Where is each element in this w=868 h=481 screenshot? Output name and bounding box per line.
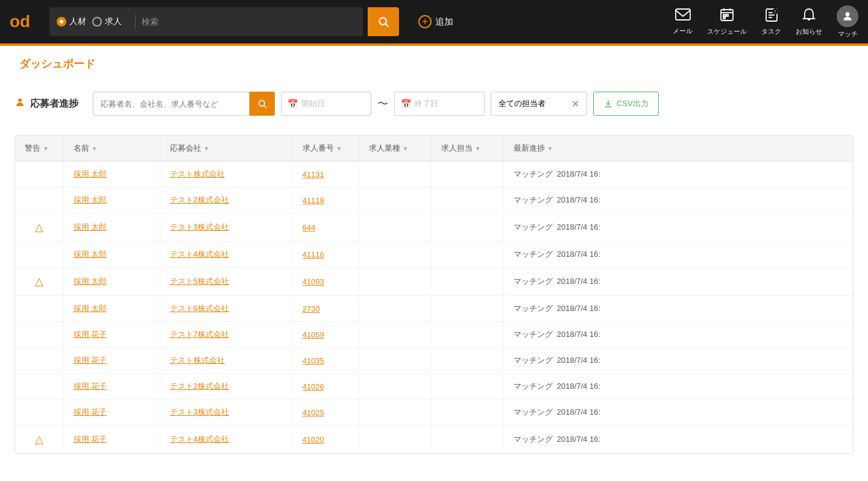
cell-job-no-4[interactable]: 41093 — [292, 268, 359, 296]
col-job-manager-sort: ▼ — [475, 145, 481, 152]
job-no-link[interactable]: 41020 — [303, 435, 324, 444]
job-no-link[interactable]: 41026 — [303, 382, 324, 391]
cell-company-8[interactable]: テスト2株式会社 — [160, 374, 292, 400]
company-link[interactable]: テスト2株式会社 — [170, 382, 229, 391]
job-no-link[interactable]: 41093 — [303, 277, 324, 286]
cell-job-no-10[interactable]: 41020 — [292, 426, 359, 454]
job-no-link[interactable]: 41131 — [303, 170, 324, 179]
filter-search-input[interactable] — [93, 92, 250, 116]
cell-job-no-5[interactable]: 2730 — [292, 296, 359, 322]
col-warning[interactable]: 警告 ▼ — [15, 136, 63, 162]
col-latest-status[interactable]: 最新進捗 ▼ — [503, 136, 853, 162]
name-link[interactable]: 採用 花子 — [74, 382, 107, 391]
cell-job-no-9[interactable]: 41025 — [292, 400, 359, 426]
end-date-input[interactable]: 📅 終了日 — [394, 92, 485, 116]
cell-job-no-0[interactable]: 41131 — [292, 162, 359, 187]
cell-company-4[interactable]: テスト5株式会社 — [160, 268, 292, 296]
company-link[interactable]: テスト株式会社 — [170, 169, 225, 178]
job-no-link[interactable]: 41059 — [303, 330, 324, 339]
cell-company-9[interactable]: テスト3株式会社 — [160, 400, 292, 426]
col-job-no[interactable]: 求人番号 ▼ — [292, 136, 359, 162]
nav-task-label: タスク — [761, 27, 781, 36]
col-name[interactable]: 名前 ▼ — [63, 136, 160, 162]
company-link[interactable]: テスト株式会社 — [170, 356, 225, 365]
cell-name-0[interactable]: 採用 太郎 — [63, 162, 160, 187]
cell-job-no-7[interactable]: 41035 — [292, 348, 359, 374]
job-no-link[interactable]: 41035 — [303, 356, 324, 365]
cell-job-no-3[interactable]: 41116 — [292, 242, 359, 268]
cell-company-6[interactable]: テスト7株式会社 — [160, 322, 292, 348]
cell-warning-5 — [15, 296, 63, 322]
warning-icon: △ — [35, 433, 43, 445]
cell-name-4[interactable]: 採用 太郎 — [63, 268, 160, 296]
company-link[interactable]: テスト6株式会社 — [170, 304, 229, 313]
job-no-link[interactable]: 41118 — [303, 196, 324, 205]
job-no-link[interactable]: 41025 — [303, 408, 324, 417]
cell-name-3[interactable]: 採用 太郎 — [63, 242, 160, 268]
name-link[interactable]: 採用 太郎 — [74, 277, 107, 286]
cell-job-no-2[interactable]: 644 — [292, 213, 359, 242]
cell-job-no-6[interactable]: 41059 — [292, 322, 359, 348]
name-link[interactable]: 採用 花子 — [74, 330, 107, 339]
cell-company-5[interactable]: テスト6株式会社 — [160, 296, 292, 322]
cell-name-10[interactable]: 採用 花子 — [63, 426, 160, 454]
cell-company-7[interactable]: テスト株式会社 — [160, 348, 292, 374]
name-link[interactable]: 採用 太郎 — [74, 250, 107, 259]
cell-company-2[interactable]: テスト3株式会社 — [160, 213, 292, 242]
name-link[interactable]: 採用 太郎 — [74, 169, 107, 178]
company-link[interactable]: テスト7株式会社 — [170, 330, 229, 339]
date-text: 2018/7/4 16: — [557, 330, 600, 339]
search-button[interactable] — [368, 7, 399, 36]
cell-job-no-1[interactable]: 41118 — [292, 187, 359, 213]
cell-name-5[interactable]: 採用 太郎 — [63, 296, 160, 322]
cell-name-2[interactable]: 採用 太郎 — [63, 213, 160, 242]
col-job-manager[interactable]: 求人担当 ▼ — [431, 136, 503, 162]
nav-schedule[interactable]: スケジュール — [707, 8, 747, 36]
company-link[interactable]: テスト2株式会社 — [170, 195, 229, 204]
nav-task[interactable]: ! タスク — [761, 8, 781, 36]
cell-company-3[interactable]: テスト4株式会社 — [160, 242, 292, 268]
company-link[interactable]: テスト3株式会社 — [170, 222, 229, 231]
job-no-link[interactable]: 41116 — [303, 250, 324, 259]
name-link[interactable]: 採用 太郎 — [74, 304, 107, 313]
add-button[interactable]: + 追加 — [411, 10, 461, 33]
nav-mail[interactable]: メール — [673, 8, 693, 36]
start-date-input[interactable]: 📅 開始日 — [281, 92, 371, 116]
col-job-type[interactable]: 求人業種 ▼ — [359, 136, 431, 162]
csv-export-button[interactable]: CSV出力 — [593, 92, 659, 116]
name-link[interactable]: 採用 太郎 — [74, 222, 107, 231]
cell-job-manager-6 — [431, 322, 503, 348]
nav-match[interactable]: マッチ — [837, 5, 858, 39]
cell-name-6[interactable]: 採用 花子 — [63, 322, 160, 348]
assignee-select[interactable]: 全ての担当者 ✕ — [491, 92, 587, 116]
cell-company-1[interactable]: テスト2株式会社 — [160, 187, 292, 213]
name-link[interactable]: 採用 花子 — [74, 356, 107, 365]
cell-company-10[interactable]: テスト4株式会社 — [160, 426, 292, 454]
svg-point-18 — [18, 98, 22, 102]
name-link[interactable]: 採用 太郎 — [74, 195, 107, 204]
radio-talent[interactable]: 人材 — [57, 16, 86, 27]
cell-name-8[interactable]: 採用 花子 — [63, 374, 160, 400]
status-text: マッチング — [514, 382, 553, 391]
col-company[interactable]: 応募会社 ▼ — [160, 136, 292, 162]
cell-name-1[interactable]: 採用 太郎 — [63, 187, 160, 213]
search-input[interactable] — [142, 17, 356, 27]
name-link[interactable]: 採用 花子 — [74, 435, 107, 444]
svg-point-17 — [846, 12, 850, 16]
company-link[interactable]: テスト3株式会社 — [170, 407, 229, 417]
company-link[interactable]: テスト4株式会社 — [170, 435, 229, 444]
company-link[interactable]: テスト5株式会社 — [170, 277, 229, 286]
name-link[interactable]: 採用 花子 — [74, 407, 107, 417]
assignee-label: 全ての担当者 — [498, 98, 546, 109]
nav-notice[interactable]: お知らせ — [796, 8, 822, 36]
cell-name-7[interactable]: 採用 花子 — [63, 348, 160, 374]
cell-name-9[interactable]: 採用 花子 — [63, 400, 160, 426]
job-no-link[interactable]: 2730 — [303, 304, 320, 313]
job-no-link[interactable]: 644 — [303, 223, 316, 232]
radio-job[interactable]: 求人 — [92, 16, 122, 27]
cell-company-0[interactable]: テスト株式会社 — [160, 162, 292, 187]
cell-job-no-8[interactable]: 41026 — [292, 374, 359, 400]
filter-search-button[interactable] — [250, 92, 275, 116]
company-link[interactable]: テスト4株式会社 — [170, 250, 229, 259]
warning-icon: △ — [35, 275, 43, 288]
